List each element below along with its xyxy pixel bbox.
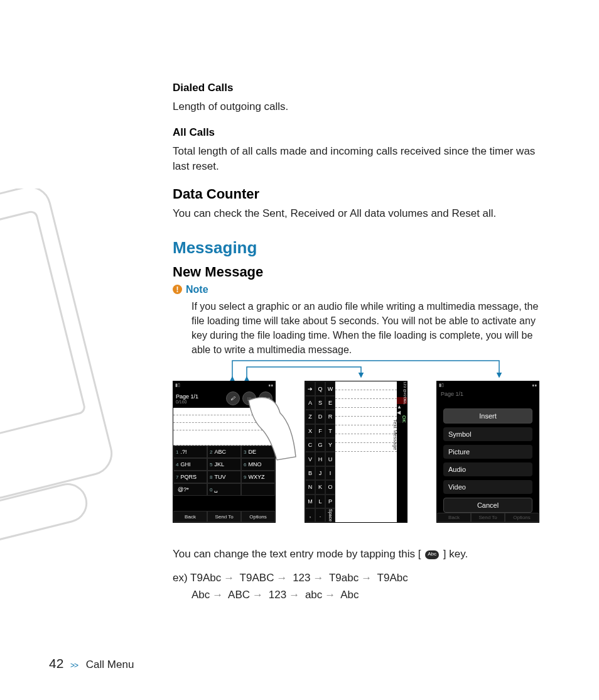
mode-abc-icon: Abc <box>259 391 273 405</box>
page-number: 42 <box>49 656 63 670</box>
menu-audio: Audio <box>443 462 532 476</box>
note-heading: ! Note <box>173 284 543 295</box>
text-area <box>173 408 275 446</box>
menu-picture: Picture <box>443 445 532 459</box>
section-name: Call Menu <box>86 659 134 670</box>
softkey-send-to: Send To <box>471 513 505 523</box>
page-label: Page 1/1 <box>437 388 539 400</box>
mode-123-key: 123 @#2 <box>397 381 407 396</box>
chevron-icon: >> <box>70 661 78 670</box>
message-area: Text Message <box>335 381 397 522</box>
menu-cancel: Cancel <box>443 498 532 513</box>
arrow-left-icon: ◀ <box>397 410 407 415</box>
heading-dialed-calls: Dialed Calls <box>173 82 543 94</box>
status-bar: ▮▯∎∎ <box>437 381 539 388</box>
signal-icon: ▮▯ <box>175 383 180 388</box>
body-dialed-calls: Length of outgoing calls. <box>173 99 543 115</box>
insert-menu: Insert Symbol Picture Audio Video Cancel <box>443 408 532 513</box>
softkey-send-to: Send To <box>207 511 241 522</box>
heading-all-calls: All Calls <box>173 126 543 139</box>
mode-grid-icon: ::: <box>242 391 256 405</box>
abc-key-icon: Abc <box>425 550 439 559</box>
body-data-counter: You can check the Sent, Received or All … <box>173 206 543 222</box>
screenshot-insert-menu: ▮▯∎∎ Page 1/1 Insert Symbol Picture Audi… <box>436 381 539 523</box>
arrow-up-icon: ▲ <box>397 404 407 410</box>
note-body: If you select a graphic or an audio file… <box>192 299 543 358</box>
numeric-keypad: 1.?! 2ABC 3DE 4GHI 5JKL 6MNO 7PQRS 8TUV … <box>173 446 275 511</box>
softkey-back: Back <box>173 511 207 522</box>
manual-page: Dialed Calls Length of outgoing calls. A… <box>0 0 599 700</box>
softkey-bar: Back Send To Options <box>437 513 539 523</box>
mode-pen-icon: 🖊 <box>226 391 240 405</box>
softkey-bar: Back Send To Options <box>173 511 275 522</box>
screenshot-keypad: ▮▯∎∎ Page 1/1 0/160 🖊 ::: Abc <box>173 381 276 523</box>
heading-messaging: Messaging <box>173 238 543 258</box>
text-message-label: Text Message <box>392 419 398 450</box>
heading-new-message: New Message <box>173 264 543 280</box>
page-label: Page 1/1 <box>176 393 198 400</box>
example-prefix: ex) <box>173 572 188 584</box>
svg-rect-0 <box>0 189 113 502</box>
space-key: Space <box>325 508 335 522</box>
after-diagram-text: You can change the text entry mode by ta… <box>173 545 543 603</box>
phone-outline-illustration <box>0 189 113 540</box>
page-footer: 42 >> Call Menu <box>49 656 134 671</box>
screenshot-qwerty: ➔ A Z X C V B N M , Q S D <box>305 381 407 523</box>
battery-icon: ∎∎ <box>268 383 273 388</box>
note-label: Note <box>186 284 208 295</box>
status-bar: ▮▯∎∎ <box>173 381 275 389</box>
ok-key: OK <box>397 415 407 423</box>
mode-change-text-a: You can change the text entry mode by ta… <box>173 548 421 560</box>
menu-video: Video <box>443 480 532 494</box>
body-all-calls: Total length of all calls made and incom… <box>173 144 543 175</box>
heading-data-counter: Data Counter <box>173 186 543 202</box>
softkey-options: Options <box>241 511 275 522</box>
char-counter: 0/160 <box>176 400 198 404</box>
alert-icon: ! <box>173 285 182 294</box>
svg-rect-2 <box>0 480 90 540</box>
svg-rect-1 <box>0 211 85 437</box>
mode-change-text-b: ] key. <box>443 548 468 560</box>
page-content: Dialed Calls Length of outgoing calls. A… <box>173 82 543 603</box>
delete-key: DEL <box>397 397 407 405</box>
softkey-options: Options <box>505 513 539 523</box>
menu-symbol: Symbol <box>443 427 532 441</box>
screens-diagram: ▮▯∎∎ Page 1/1 0/160 🖊 ::: Abc <box>173 367 543 530</box>
menu-insert: Insert <box>443 408 532 424</box>
softkey-back: Back <box>437 513 471 523</box>
